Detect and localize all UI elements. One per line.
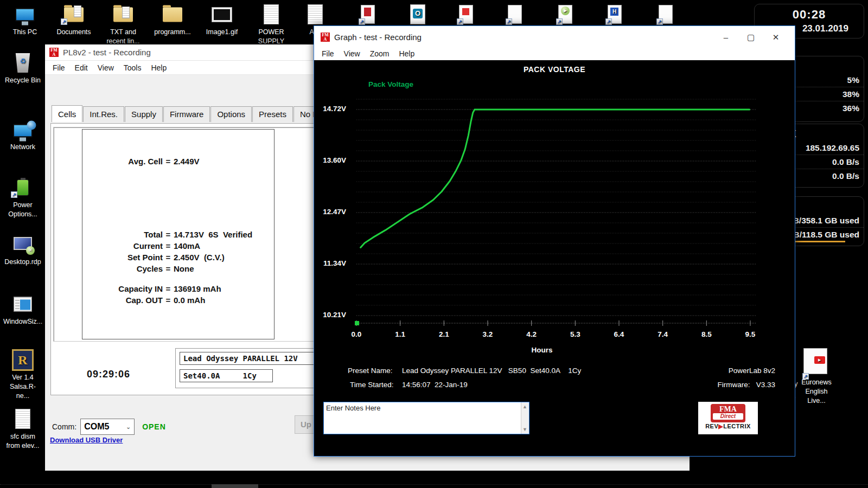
desktop-icon-sfc-dism[interactable]: sfc dism from elev...	[3, 408, 42, 451]
y-tick-label: 12.47V	[315, 208, 346, 216]
desktop-icon-label: Euronews English Live...	[797, 378, 836, 406]
desktop-icon-label: Ver 1.4 Salsa.R-ne...	[3, 373, 42, 401]
fma-app-icon: FMA	[49, 48, 59, 57]
maximize-button[interactable]: ▢	[738, 33, 763, 42]
y-tick-label: 14.72V	[315, 105, 346, 113]
desktop-icon-label: Network	[3, 143, 42, 152]
plot-svg	[314, 60, 795, 456]
desktop-icon-label: Power Options...	[3, 201, 42, 219]
graph-menu-view[interactable]: View	[339, 48, 365, 60]
fma-badge: FMA Direct	[711, 404, 745, 422]
desktop-icon-power-options[interactable]: ↗Power Options...	[3, 176, 42, 219]
avg-cell-label: Avg. Cell	[82, 157, 163, 166]
desktop-icon-recycle-bin[interactable]: ♻Recycle Bin	[3, 52, 42, 85]
desktop-icon-shortcut-fma[interactable]: ↗	[348, 3, 387, 28]
taskbar-sliver[interactable]	[212, 484, 258, 488]
minimize-button[interactable]: –	[713, 33, 738, 42]
pl8-menu-help[interactable]: Help	[146, 62, 171, 73]
preset-name-value: Lead Odyssey PARALLEL 12V SB50 Set40.0A …	[402, 367, 581, 375]
desktop-icon-windowsiz[interactable]: WindowSiz...	[3, 293, 42, 326]
y-tick-label: 10.21V	[315, 311, 346, 319]
tab-int-res-[interactable]: Int.Res.	[83, 106, 124, 122]
y-tick-label: 11.34V	[315, 259, 346, 267]
x-tick-label: 3.2	[476, 330, 500, 338]
cell-stat-row: Total=14.713V 6S Verified	[82, 230, 274, 239]
chart-area: PACK VOLTAGE Pack Voltage 14.72V13.60V12…	[314, 60, 795, 456]
desktop-icon-txt-recent[interactable]: TXT and recent lin...	[104, 3, 143, 46]
graph-menu-zoom[interactable]: Zoom	[365, 48, 394, 60]
equals-sign: =	[163, 157, 174, 166]
time-started-label: Time Started:	[350, 381, 394, 389]
desktop-icon-label: TXT and recent lin...	[104, 28, 143, 46]
desktop-icon-label: Desktop.rdp	[3, 258, 42, 267]
scroll-down-icon[interactable]: ▼	[522, 427, 527, 432]
desktop-icon-shortcut-red[interactable]: ↗	[446, 3, 485, 28]
device-name: PowerLab 8v2	[729, 367, 775, 375]
graph-menu-help[interactable]: Help	[394, 48, 419, 60]
tab-presets[interactable]: Presets	[252, 106, 293, 122]
pl8-menu-edit[interactable]: Edit	[70, 62, 93, 73]
desktop-icon-doc-outlook[interactable]: O	[398, 3, 437, 28]
desktop-icon-shortcut-h[interactable]: H↗	[595, 3, 634, 28]
desktop-icon-label: Recycle Bin	[3, 76, 42, 85]
pl8-menu-file[interactable]: File	[48, 62, 70, 73]
download-usb-driver-link[interactable]: Download USB Driver	[50, 436, 123, 444]
desktop-icon-shortcut-doc-1[interactable]: ↗	[495, 3, 534, 28]
avg-cell-row: Avg. Cell = 2.449V	[82, 157, 274, 166]
desktop-icon-euronews[interactable]: ▶↗Euronews English Live...	[797, 348, 836, 406]
desktop-icon-shortcut-doc-2[interactable]: ↗	[646, 3, 685, 28]
x-tick-label: 4.2	[520, 330, 544, 338]
desktop-icon-label: programm...	[153, 28, 192, 37]
comm-status: OPEN	[142, 422, 166, 431]
tab-supply[interactable]: Supply	[125, 106, 163, 122]
x-tick-label: 8.5	[694, 330, 718, 338]
graph-titlebar[interactable]: FMA Graph - test - Recording – ▢ ✕	[314, 26, 795, 48]
preset-settings-display[interactable]: Set40.0A 1Cy	[180, 369, 273, 382]
desktop-icon-salsa-r[interactable]: RVer 1.4 Salsa.R-ne...	[3, 349, 42, 401]
tab-options[interactable]: Options	[210, 106, 252, 122]
desktop-icon-this-pc[interactable]: This PC	[5, 3, 44, 37]
cell-stat-row: Cap. OUT=0.0 mAh	[82, 296, 274, 305]
x-tick-label: 0.0	[344, 330, 368, 338]
time-started-value: 14:56:07 22-Jan-19	[402, 381, 468, 389]
pl8v2-tabs: CellsInt.Res.SupplyFirmwareOptionsPreset…	[52, 106, 328, 122]
desktop-icon-documents[interactable]: ↗Documents	[54, 3, 93, 37]
cell-stats-rows: Total=14.713V 6S VerifiedCurrent=140mASe…	[82, 230, 274, 305]
scroll-up-icon[interactable]: ▲	[522, 404, 527, 409]
desktop-icon-label: WindowSiz...	[3, 317, 42, 326]
disk-usage-bar	[795, 241, 845, 242]
tab-firmware[interactable]: Firmware	[163, 106, 210, 122]
clock-time: 00:28	[755, 4, 864, 22]
comm-label: Comm:	[52, 422, 76, 431]
cell-stat-row: Current=140mA	[82, 241, 274, 251]
desktop-icon-label: Documents	[54, 28, 93, 37]
desktop-icon-label: Image1.gif	[202, 28, 241, 37]
com-port-value: COM5	[84, 422, 109, 432]
chevron-down-icon: ⌄	[126, 423, 131, 431]
desktop-icon-desktop-rdp[interactable]: ✕Desktop.rdp	[3, 233, 42, 267]
graph-window-title: Graph - test - Recording	[334, 33, 713, 42]
graph-menu-file[interactable]: File	[317, 48, 339, 60]
x-tick-label: 6.4	[607, 330, 631, 338]
elapsed-timer: 09:29:06	[87, 369, 130, 380]
cells-info-box: Avg. Cell = 2.449V Total=14.713V 6S Veri…	[82, 129, 275, 339]
desktop-icon-image1-gif[interactable]: Image1.gif	[202, 3, 241, 37]
tab-cells[interactable]: Cells	[52, 105, 82, 122]
desktop-icon-shortcut-green[interactable]: ▶↗	[545, 3, 584, 28]
graph-menubar: FileViewZoomHelp	[314, 48, 795, 60]
notes-scrollbar[interactable]: ▲ ▼	[521, 402, 529, 434]
x-tick-label: 9.5	[738, 330, 762, 338]
desktop-icon-programm[interactable]: programm...	[153, 3, 192, 37]
com-port-select[interactable]: COM5 ⌄	[80, 419, 135, 435]
desktop-icon-network[interactable]: Network	[3, 118, 42, 152]
pl8-menu-view[interactable]: View	[93, 62, 119, 73]
close-button[interactable]: ✕	[763, 33, 788, 42]
notes-input[interactable]: Enter Notes Here ▲ ▼	[323, 402, 529, 434]
x-tick-label: 2.1	[432, 330, 456, 338]
x-tick-label: 1.1	[388, 330, 412, 338]
preset-name-label: Preset Name:	[348, 367, 393, 375]
y-tick-label: 13.60V	[315, 156, 346, 164]
cell-stat-row: Capacity IN=136919 mAh	[82, 284, 274, 293]
pl8-menu-tools[interactable]: Tools	[119, 62, 146, 73]
revolectrix-arrow-icon: ▶	[718, 423, 723, 429]
